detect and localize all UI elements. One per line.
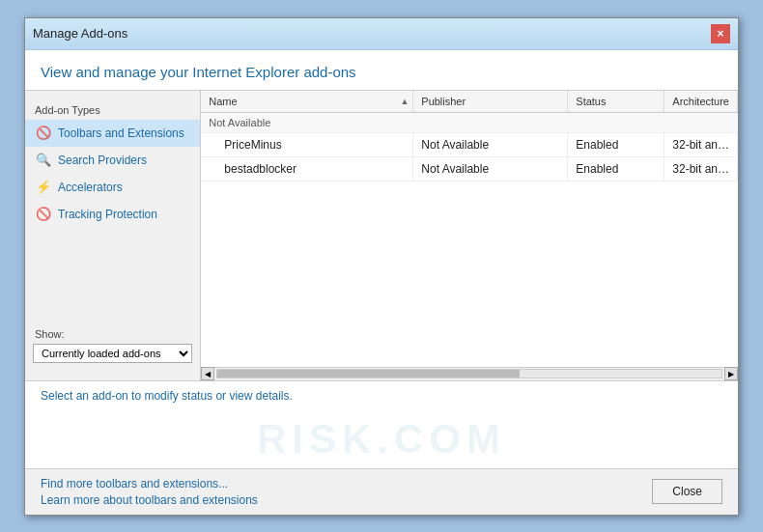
sidebar-item-toolbars-label: Toolbars and Extensions	[58, 126, 184, 140]
title-bar: Manage Add-ons ×	[25, 18, 738, 50]
scroll-track[interactable]	[216, 369, 722, 378]
cell-publisher-1: Not Available	[413, 157, 568, 181]
toolbars-icon: 🚫	[35, 125, 52, 142]
scroll-thumb	[217, 370, 520, 378]
show-label: Show:	[25, 321, 200, 344]
sidebar-item-accelerators-label: Accelerators	[58, 181, 123, 194]
horizontal-scrollbar[interactable]: ◀ ▶	[201, 367, 738, 380]
close-dialog-button[interactable]: Close	[652, 479, 722, 504]
cell-publisher-0: Not Available	[413, 133, 568, 156]
group-not-available: Not Available	[201, 113, 738, 133]
search-icon: 🔍	[35, 152, 52, 169]
cell-status-0: Enabled	[568, 133, 664, 156]
watermark-area: RISK.COM	[25, 410, 738, 468]
table-row[interactable]: PriceMinus Not Available Enabled 32-bit …	[201, 133, 738, 157]
sidebar-item-tracking[interactable]: 🚫 Tracking Protection	[25, 201, 200, 228]
show-select[interactable]: Currently loaded add-ons All add-ons Run…	[33, 344, 192, 363]
sidebar-item-search[interactable]: 🔍 Search Providers	[25, 147, 200, 174]
cell-arch-0: 32-bit and ...	[664, 133, 738, 156]
table-body: Not Available PriceMinus Not Available E…	[201, 113, 738, 367]
footer-links: Find more toolbars and extensions... Lea…	[41, 477, 258, 507]
sidebar-item-tracking-label: Tracking Protection	[58, 208, 157, 221]
sidebar-item-toolbars[interactable]: 🚫 Toolbars and Extensions	[25, 120, 200, 147]
cell-name-0: PriceMinus	[201, 133, 413, 156]
footer-link-1[interactable]: Find more toolbars and extensions...	[41, 477, 258, 490]
status-text: Select an add-on to modify status or vie…	[41, 389, 293, 403]
window-close-button[interactable]: ×	[711, 24, 730, 43]
cell-name-1: bestadblocker	[201, 157, 413, 181]
footer: Find more toolbars and extensions... Lea…	[25, 468, 738, 515]
col-publisher: Publisher	[413, 91, 568, 112]
scroll-left-button[interactable]: ◀	[201, 367, 214, 380]
sidebar-item-search-label: Search Providers	[58, 154, 147, 167]
col-name: Name ▲	[201, 91, 413, 112]
table-row[interactable]: bestadblocker Not Available Enabled 32-b…	[201, 157, 738, 182]
cell-arch-1: 32-bit and ...	[664, 157, 738, 181]
header-subtitle: View and manage your Internet Explorer a…	[41, 64, 722, 80]
sort-arrow-icon: ▲	[400, 97, 409, 106]
col-architecture: Architecture	[664, 91, 738, 112]
sidebar-item-accelerators[interactable]: ⚡ Accelerators	[25, 174, 200, 201]
table-header: Name ▲ Publisher Status Architecture	[201, 91, 738, 113]
status-bar: Select an add-on to modify status or vie…	[25, 380, 738, 410]
addon-types-label: Add-on Types	[25, 100, 200, 120]
footer-link-2[interactable]: Learn more about toolbars and extensions	[41, 493, 258, 507]
accelerators-icon: ⚡	[35, 179, 52, 196]
header-section: View and manage your Internet Explorer a…	[25, 50, 738, 91]
scroll-right-button[interactable]: ▶	[724, 367, 738, 380]
col-status: Status	[568, 91, 664, 112]
tracking-icon: 🚫	[35, 206, 52, 223]
main-panel: Name ▲ Publisher Status Architecture Not…	[201, 91, 738, 380]
dialog-title: Manage Add-ons	[33, 26, 127, 41]
content-area: Add-on Types 🚫 Toolbars and Extensions 🔍…	[25, 91, 738, 380]
cell-status-1: Enabled	[568, 157, 664, 181]
sidebar: Add-on Types 🚫 Toolbars and Extensions 🔍…	[25, 91, 201, 380]
watermark: RISK.COM	[257, 416, 506, 462]
